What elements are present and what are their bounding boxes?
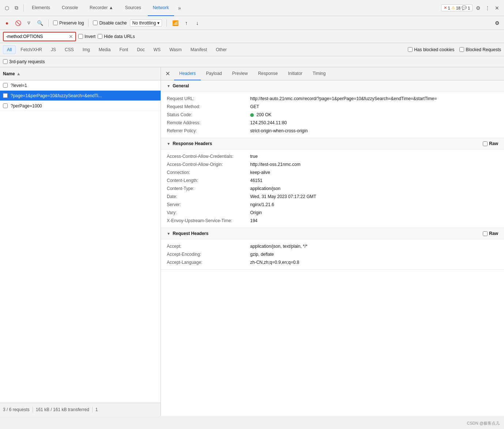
- third-party-checkbox[interactable]: 3rd-party requests: [3, 59, 45, 64]
- clear-button[interactable]: 🚫: [14, 19, 22, 27]
- tab-timing[interactable]: Timing: [308, 67, 331, 80]
- vary-label: Vary:: [167, 210, 247, 215]
- raw-input-request[interactable]: [483, 231, 488, 236]
- tab-initiator[interactable]: Initiator: [283, 67, 307, 80]
- settings-icon[interactable]: ⚙: [474, 4, 482, 12]
- third-party-input[interactable]: [3, 59, 8, 64]
- server-label: Server:: [167, 202, 247, 207]
- referrer-value: strict-origin-when-cross-origin: [250, 128, 498, 133]
- throttle-select[interactable]: No throttling ▾: [130, 19, 162, 27]
- clear-search-icon[interactable]: ✕: [69, 34, 73, 39]
- wifi-icon[interactable]: 📶: [171, 19, 179, 27]
- general-section: ▼ General Request URL: http://test-auto.…: [161, 80, 504, 138]
- content-length-value: 46151: [250, 178, 498, 183]
- filter-tab-wasm[interactable]: Wasm: [165, 45, 186, 54]
- tab-elements[interactable]: Elements: [27, 0, 55, 16]
- request-checkbox-1[interactable]: [3, 93, 8, 98]
- filter-tab-doc[interactable]: Doc: [133, 45, 148, 54]
- request-name-1: ?page=1&perPage=10&fuzzySearch=&endTi...: [11, 93, 158, 98]
- has-blocked-cookies-label: Has blocked cookies: [414, 47, 454, 52]
- filter-icon[interactable]: ⛛: [25, 19, 33, 27]
- hide-data-urls-checkbox[interactable]: Hide data URLs: [98, 34, 135, 39]
- triangle-icon: ▼: [167, 142, 170, 146]
- tab-preview[interactable]: Preview: [227, 67, 253, 80]
- general-section-header[interactable]: ▼ General: [161, 80, 504, 92]
- invert-checkbox[interactable]: Invert: [78, 34, 95, 39]
- filter-tab-font[interactable]: Font: [115, 45, 132, 54]
- preserve-log-checkbox[interactable]: Preserve log: [53, 20, 84, 26]
- network-settings-icon[interactable]: ⚙: [493, 19, 501, 27]
- right-panel: ✕ Headers Payload Preview Response Initi…: [161, 67, 504, 416]
- tab-network[interactable]: Network: [148, 0, 174, 16]
- main-content: Name ▲ ?level=1 ?page=1&perPage=10&fuzzy…: [0, 67, 504, 416]
- filter-tab-media[interactable]: Media: [95, 45, 115, 54]
- filter-tab-js[interactable]: JS: [47, 45, 60, 54]
- request-item-1[interactable]: ?page=1&perPage=10&fuzzySearch=&endTi...: [0, 91, 161, 101]
- filter-tab-img[interactable]: Img: [79, 45, 94, 54]
- tab-response[interactable]: Response: [253, 67, 283, 80]
- tab-sources[interactable]: Sources: [120, 0, 146, 16]
- hide-data-urls-input[interactable]: [98, 34, 102, 39]
- close-panel-button[interactable]: ✕: [164, 70, 171, 77]
- preserve-log-input[interactable]: [53, 20, 58, 25]
- request-name-2: ?perPage=1000: [11, 103, 158, 109]
- details-content: ▼ General Request URL: http://test-auto.…: [161, 80, 504, 416]
- accept-encoding-label: Accept-Encoding:: [167, 252, 247, 257]
- divider: [23, 4, 24, 12]
- more-tabs-icon[interactable]: »: [176, 4, 184, 12]
- response-headers-section: ▼ Response Headers Raw Access-Control-Al…: [161, 138, 504, 228]
- preserve-log-label: Preserve log: [59, 20, 84, 26]
- cursor-icon[interactable]: ⬡: [3, 4, 11, 12]
- request-count: 3 / 6 requests: [3, 407, 30, 412]
- search-icon[interactable]: 🔍: [36, 19, 44, 27]
- url-label: Request URL:: [167, 96, 247, 101]
- disable-cache-input[interactable]: [93, 20, 98, 25]
- download-icon[interactable]: ↓: [193, 19, 201, 27]
- invert-input[interactable]: [78, 34, 83, 39]
- request-checkbox-0[interactable]: [3, 83, 8, 88]
- raw-checkbox-response[interactable]: Raw: [483, 141, 498, 146]
- date-label: Date:: [167, 194, 247, 199]
- raw-input-response[interactable]: [483, 141, 488, 146]
- tab-payload[interactable]: Payload: [201, 67, 227, 80]
- filter-tab-fetchxhr[interactable]: Fetch/XHR: [16, 45, 46, 54]
- search-box[interactable]: ✕: [3, 32, 76, 41]
- raw-checkbox-request[interactable]: Raw: [483, 231, 498, 236]
- filter-tab-ws[interactable]: WS: [150, 45, 165, 54]
- error-badge[interactable]: ✕ 1 ⚠ 18 💬 1: [441, 4, 473, 11]
- has-blocked-cookies-input[interactable]: [408, 47, 413, 52]
- has-blocked-cookies-checkbox[interactable]: Has blocked cookies: [408, 47, 454, 52]
- connection-value: keep-alive: [250, 170, 498, 175]
- request-item-0[interactable]: ?level=1: [0, 80, 161, 91]
- request-item-2[interactable]: ?perPage=1000: [0, 101, 161, 111]
- record-button[interactable]: ●: [3, 19, 11, 27]
- disable-cache-label: Disable cache: [99, 20, 127, 26]
- third-party-label: 3rd-party requests: [9, 59, 45, 64]
- filter-tab-manifest[interactable]: Manifest: [187, 45, 211, 54]
- triangle-icon: ▼: [167, 84, 170, 88]
- disable-cache-checkbox[interactable]: Disable cache: [93, 20, 127, 26]
- close-icon[interactable]: ✕: [493, 4, 501, 12]
- request-checkbox-2[interactable]: [3, 103, 8, 108]
- blocked-requests-input[interactable]: [459, 47, 464, 52]
- detail-row-accept: Accept: application/json, text/plain, */…: [161, 242, 504, 250]
- device-icon[interactable]: ⧉: [12, 4, 20, 12]
- more-icon[interactable]: ⋮: [484, 4, 492, 12]
- detail-row-connection: Connection: keep-alive: [161, 168, 504, 176]
- blocked-requests-checkbox[interactable]: Blocked Requests: [459, 47, 501, 52]
- detail-row-accept-language: Accept-Language: zh-CN,zh;q=0.9,en;q=0.8: [161, 258, 504, 266]
- tab-console[interactable]: Console: [57, 0, 83, 16]
- filter-tab-other[interactable]: Other: [212, 45, 231, 54]
- filter-tab-css[interactable]: CSS: [61, 45, 78, 54]
- tab-headers[interactable]: Headers: [174, 67, 201, 80]
- aca-credentials-label: Access-Control-Allow-Credentials:: [167, 154, 247, 159]
- aca-credentials-value: true: [250, 154, 498, 159]
- tab-recorder[interactable]: Recorder ▲: [84, 0, 119, 16]
- xeust-value: 194: [250, 218, 498, 223]
- search-input[interactable]: [6, 34, 67, 39]
- filter-tab-all[interactable]: All: [3, 45, 16, 54]
- response-headers-section-header[interactable]: ▼ Response Headers Raw: [161, 138, 504, 149]
- upload-icon[interactable]: ↑: [182, 19, 190, 27]
- page-number: 1: [95, 407, 98, 412]
- request-headers-section-header[interactable]: ▼ Request Headers Raw: [161, 228, 504, 239]
